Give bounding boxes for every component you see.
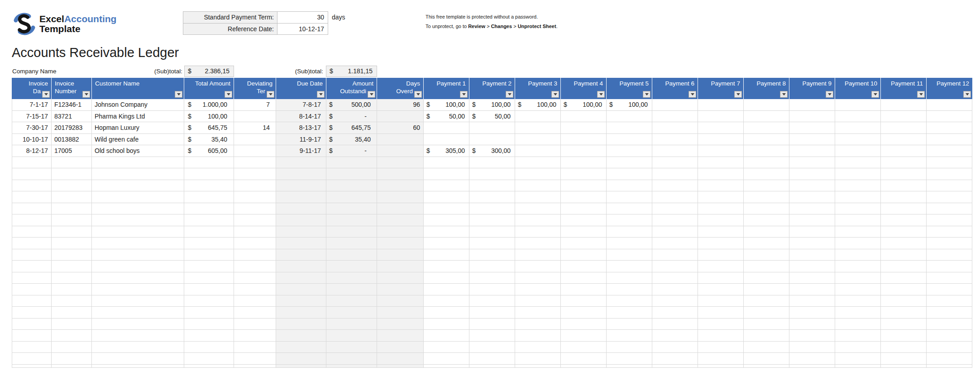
filter-dropdown-button-days-overdue[interactable]	[414, 91, 422, 98]
cell-payment-10[interactable]	[835, 122, 881, 134]
cell-payment-10[interactable]	[835, 214, 881, 226]
cell-payment-4[interactable]	[561, 226, 607, 238]
cell-customer-name[interactable]	[92, 307, 184, 319]
cell-due-date[interactable]	[276, 180, 326, 192]
cell-total-amount[interactable]	[184, 203, 234, 215]
cell-payment-10[interactable]	[835, 203, 881, 215]
cell-invoice-date[interactable]	[12, 180, 52, 192]
cell-payment-1[interactable]	[424, 284, 469, 295]
cell-payment-11[interactable]	[881, 122, 927, 134]
cell-payment-5[interactable]	[607, 111, 652, 123]
cell-payment-10[interactable]	[835, 238, 881, 249]
cell-invoice-date[interactable]	[12, 203, 52, 215]
cell-payment-6[interactable]	[652, 295, 698, 307]
cell-payment-2[interactable]: $300,00	[469, 145, 515, 157]
cell-payment-6[interactable]	[652, 353, 698, 365]
standard-payment-term-value[interactable]: 30	[277, 12, 328, 23]
cell-payment-10[interactable]	[835, 191, 881, 203]
cell-payment-7[interactable]	[698, 122, 744, 134]
cell-payment-5[interactable]	[607, 272, 652, 284]
cell-payment-11[interactable]	[881, 319, 927, 330]
filter-dropdown-button-payment-10[interactable]	[871, 91, 879, 98]
cell-days-overdue[interactable]	[377, 330, 424, 342]
cell-deviating-term[interactable]	[234, 134, 276, 146]
cell-total-amount[interactable]	[184, 272, 234, 284]
cell-invoice-number[interactable]	[52, 261, 92, 272]
cell-deviating-term[interactable]	[234, 203, 276, 215]
cell-payment-6[interactable]	[652, 145, 698, 157]
cell-payment-2[interactable]	[469, 168, 515, 180]
reference-date-value[interactable]: 10-12-17	[277, 24, 328, 34]
cell-payment-11[interactable]	[881, 342, 927, 353]
filter-dropdown-button-payment-7[interactable]	[734, 91, 742, 98]
cell-payment-12[interactable]	[927, 111, 972, 123]
cell-payment-4[interactable]	[561, 180, 607, 192]
cell-payment-1[interactable]	[424, 203, 469, 215]
cell-payment-11[interactable]	[881, 295, 927, 307]
cell-payment-6[interactable]	[652, 168, 698, 180]
cell-invoice-date[interactable]	[12, 342, 52, 353]
cell-payment-9[interactable]	[789, 272, 835, 284]
cell-payment-7[interactable]	[698, 168, 744, 180]
cell-customer-name[interactable]	[92, 365, 184, 368]
cell-payment-11[interactable]	[881, 365, 927, 368]
cell-payment-4[interactable]	[561, 214, 607, 226]
cell-invoice-number[interactable]	[52, 226, 92, 238]
cell-payment-9[interactable]	[789, 122, 835, 134]
cell-amount-outstanding[interactable]: $-	[326, 111, 377, 123]
cell-payment-2[interactable]	[469, 238, 515, 249]
cell-customer-name[interactable]	[92, 353, 184, 365]
cell-days-overdue[interactable]	[377, 284, 424, 295]
cell-invoice-number[interactable]	[52, 330, 92, 342]
cell-payment-2[interactable]: $50,00	[469, 111, 515, 123]
cell-payment-6[interactable]	[652, 226, 698, 238]
cell-payment-11[interactable]	[881, 157, 927, 169]
cell-payment-4[interactable]	[561, 238, 607, 249]
cell-payment-6[interactable]	[652, 272, 698, 284]
cell-payment-10[interactable]	[835, 226, 881, 238]
cell-total-amount[interactable]	[184, 353, 234, 365]
cell-payment-6[interactable]	[652, 365, 698, 368]
cell-invoice-number[interactable]	[52, 191, 92, 203]
cell-payment-4[interactable]	[561, 295, 607, 307]
cell-total-amount[interactable]	[184, 180, 234, 192]
cell-payment-3[interactable]	[515, 365, 561, 368]
cell-payment-10[interactable]	[835, 111, 881, 123]
cell-deviating-term[interactable]	[234, 191, 276, 203]
cell-payment-3[interactable]	[515, 249, 561, 261]
cell-invoice-date[interactable]	[12, 319, 52, 330]
cell-payment-1[interactable]	[424, 238, 469, 249]
cell-days-overdue[interactable]	[377, 238, 424, 249]
cell-payment-8[interactable]	[744, 249, 789, 261]
cell-payment-12[interactable]	[927, 249, 972, 261]
cell-customer-name[interactable]	[92, 319, 184, 330]
cell-due-date[interactable]	[276, 249, 326, 261]
cell-payment-7[interactable]	[698, 295, 744, 307]
cell-payment-9[interactable]	[789, 214, 835, 226]
cell-payment-6[interactable]	[652, 284, 698, 295]
cell-due-date[interactable]: 11-9-17	[276, 134, 326, 146]
cell-customer-name[interactable]	[92, 272, 184, 284]
cell-customer-name[interactable]	[92, 157, 184, 169]
filter-dropdown-button-payment-11[interactable]	[917, 91, 925, 98]
cell-payment-12[interactable]	[927, 330, 972, 342]
cell-invoice-number[interactable]	[52, 180, 92, 192]
cell-deviating-term[interactable]	[234, 307, 276, 319]
cell-deviating-term[interactable]	[234, 226, 276, 238]
cell-amount-outstanding[interactable]	[326, 365, 377, 368]
cell-amount-outstanding[interactable]	[326, 319, 377, 330]
cell-days-overdue[interactable]	[377, 319, 424, 330]
cell-days-overdue[interactable]	[377, 203, 424, 215]
cell-amount-outstanding[interactable]	[326, 168, 377, 180]
cell-payment-2[interactable]	[469, 295, 515, 307]
cell-invoice-number[interactable]	[52, 168, 92, 180]
cell-payment-4[interactable]	[561, 261, 607, 272]
cell-invoice-date[interactable]	[12, 191, 52, 203]
cell-due-date[interactable]	[276, 307, 326, 319]
cell-payment-12[interactable]	[927, 134, 972, 146]
cell-payment-12[interactable]	[927, 226, 972, 238]
cell-payment-11[interactable]	[881, 226, 927, 238]
cell-due-date[interactable]: 7-8-17	[276, 99, 326, 111]
cell-payment-3[interactable]	[515, 295, 561, 307]
cell-payment-5[interactable]	[607, 191, 652, 203]
